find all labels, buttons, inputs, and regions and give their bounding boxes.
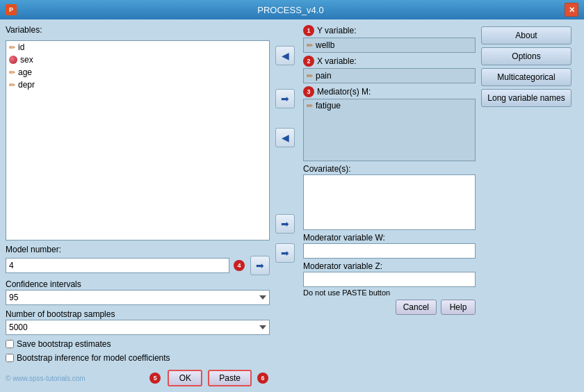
far-right-panel: About Options Multicategorical Long vari… — [481, 25, 578, 386]
x-variable-value: pain — [316, 71, 332, 81]
cancel-button[interactable]: Cancel — [396, 300, 437, 315]
badge-1: 1 — [303, 25, 314, 36]
about-button[interactable]: About — [481, 26, 571, 44]
save-bootstrap-label: Save bootstrap estimates — [17, 339, 111, 349]
badge-5: 5 — [149, 373, 161, 384]
covariate-section: Covariate(s): — [303, 164, 476, 230]
y-variable-label: Y variable: — [317, 26, 356, 35]
bootstrap-dropdown-container: 1000 5000 10000 — [6, 320, 270, 335]
mediator-label: Mediator(s) M: — [317, 87, 371, 97]
mediator-listbox[interactable]: ✏ fatigue — [303, 99, 476, 161]
moderator-z-label: Moderator variable Z: — [303, 261, 476, 271]
moderator-z-section: Moderator variable Z: — [303, 261, 476, 287]
variable-sex[interactable]: sex — [6, 54, 269, 66]
bootstrap-label: Number of bootstrap samples — [6, 309, 270, 319]
model-arrow-button[interactable]: ➡ — [250, 256, 270, 275]
x-variable-label: X variable: — [317, 56, 357, 66]
app-icon: P — [6, 4, 17, 15]
variable-age[interactable]: ✏ age — [6, 66, 269, 79]
badge-2: 2 — [303, 56, 314, 67]
y-variable-field[interactable]: ✏ wellb — [303, 38, 476, 53]
help-button[interactable]: Help — [441, 300, 476, 315]
center-right-area: ◀ ➡ ◀ ➡ ➡ 1 — [275, 25, 476, 386]
bottom-buttons: © www.spss-tutorials.com 5 OK Paste 6 — [6, 367, 270, 386]
window-title: PROCESS_v4.0 — [17, 5, 565, 15]
model-number-input[interactable] — [6, 258, 229, 273]
variables-label: Variables: — [6, 25, 270, 35]
paste-button[interactable]: Paste — [208, 370, 252, 386]
bootstrap-inference-label: Bootstrap inference for model coefficien… — [17, 353, 170, 363]
bootstrap-section: Number of bootstrap samples 1000 5000 10… — [6, 309, 270, 335]
ci-dropdown[interactable]: 90 95 99 — [6, 290, 270, 305]
title-bar-left: P — [6, 4, 17, 15]
model-number-row: 4 ➡ — [6, 256, 270, 275]
ok-button[interactable]: OK — [168, 370, 202, 386]
close-button[interactable]: ✕ — [565, 3, 578, 17]
fields-column: 1 Y variable: ✏ wellb 2 X variable: — [303, 25, 476, 386]
covariate-listbox[interactable] — [303, 174, 476, 230]
moderator-w-label: Moderator variable W: — [303, 233, 476, 243]
bootstrap-inference-checkbox[interactable] — [6, 354, 14, 362]
bootstrap-dropdown[interactable]: 1000 5000 10000 — [6, 320, 270, 335]
long-variable-names-button[interactable]: Long variable names — [481, 89, 571, 107]
variable-depr[interactable]: ✏ depr — [6, 79, 269, 91]
mediator-value: fatigue — [316, 101, 341, 111]
do-not-paste-text: Do not use PASTE button — [303, 288, 476, 297]
title-bar: P PROCESS_v4.0 ✕ — [0, 0, 584, 19]
variable-id[interactable]: ✏ id — [6, 41, 269, 54]
mediator-section: 3 Mediator(s) M: ✏ fatigue — [303, 86, 476, 161]
watermark: © www.spss-tutorials.com — [6, 375, 144, 382]
badge-6: 6 — [257, 373, 268, 384]
model-number-label: Model number: — [6, 245, 270, 254]
confidence-section: Confidence intervals 90 95 99 — [6, 279, 270, 305]
mediator-fatigue: ✏ fatigue — [304, 99, 475, 112]
y-arrow-button[interactable]: ◀ — [275, 46, 295, 65]
save-bootstrap-checkbox[interactable] — [6, 340, 14, 348]
variables-listbox[interactable]: ✏ id sex ✏ age ✏ depr — [6, 40, 270, 240]
options-button[interactable]: Options — [481, 47, 571, 65]
badge-3: 3 — [303, 86, 314, 97]
moderator-w-arrow[interactable]: ➡ — [275, 214, 295, 234]
save-bootstrap-row: Save bootstrap estimates — [6, 339, 270, 349]
moderator-z-field[interactable] — [303, 272, 476, 287]
y-variable-section: 1 Y variable: ✏ wellb — [303, 25, 476, 53]
left-panel: Variables: ✏ id sex ✏ age ✏ depr — [6, 25, 270, 386]
multicategorical-button[interactable]: Multicategorical — [481, 68, 571, 86]
moderator-w-field[interactable] — [303, 243, 476, 259]
cancel-help-row: Cancel Help — [303, 300, 476, 315]
model-number-section: Model number: 4 ➡ — [6, 245, 270, 275]
moderator-z-arrow[interactable]: ➡ — [275, 243, 295, 263]
moderator-w-section: Moderator variable W: — [303, 233, 476, 259]
covariate-label: Covariate(s): — [303, 164, 476, 174]
badge-4: 4 — [234, 260, 245, 271]
mediator-arrow-button[interactable]: ◀ — [275, 128, 295, 147]
main-content: Variables: ✏ id sex ✏ age ✏ depr — [0, 19, 584, 392]
x-variable-section: 2 X variable: ✏ pain — [303, 56, 476, 83]
y-variable-value: wellb — [316, 40, 334, 50]
middle-arrows: ◀ ➡ ◀ ➡ ➡ — [275, 25, 300, 386]
x-arrow-button[interactable]: ➡ — [275, 89, 295, 108]
bootstrap-inference-row: Bootstrap inference for model coefficien… — [6, 353, 270, 363]
ci-dropdown-container: 90 95 99 — [6, 290, 270, 305]
x-variable-field[interactable]: ✏ pain — [303, 68, 476, 83]
window: P PROCESS_v4.0 ✕ Variables: ✏ id sex ✏ a — [0, 0, 584, 392]
ci-label: Confidence intervals — [6, 279, 270, 289]
